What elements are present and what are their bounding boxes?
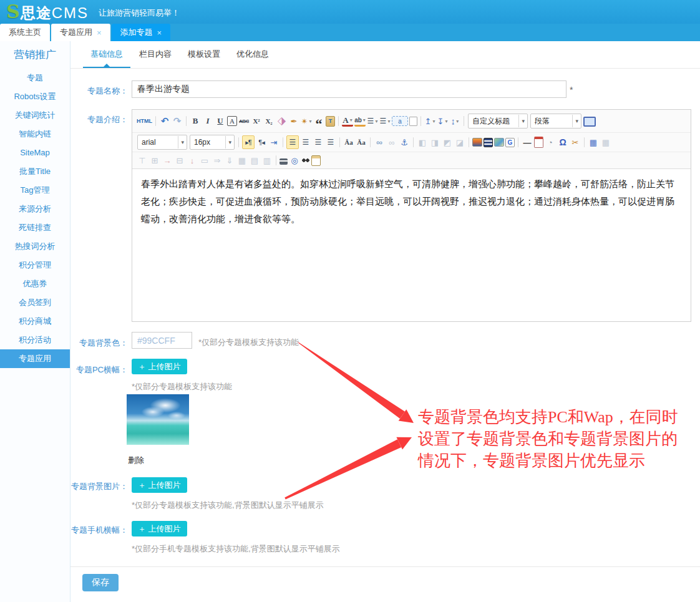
inline-anchor-icon[interactable]: a [392, 116, 408, 126]
font-size-select[interactable]: 16px [190, 135, 235, 150]
special-chars-icon[interactable]: Ω [557, 136, 568, 148]
insert-video-icon[interactable] [484, 138, 493, 147]
delete-row-icon[interactable]: → [162, 154, 173, 167]
preview-monitor-icon[interactable] [583, 117, 596, 127]
redo-icon[interactable]: ↷ [172, 115, 183, 127]
undo-icon[interactable]: ↶ [159, 115, 170, 127]
sidebar-item-hot-search-analysis[interactable]: 热搜词分析 [0, 237, 70, 256]
sidebar-item-points-mall[interactable]: 积分商城 [0, 312, 70, 331]
save-button[interactable]: 保存 [82, 574, 119, 591]
sidebar-item-tag-manage[interactable]: Tag管理 [0, 181, 70, 200]
paste-text-icon[interactable]: T [326, 116, 335, 127]
html-source-icon[interactable]: HTML [137, 115, 152, 127]
insert-column-icon[interactable]: ⊟ [174, 154, 185, 167]
bg-image-upload-button[interactable]: ＋ 上传图片 [132, 477, 187, 493]
format-painter-icon[interactable]: ✒ [288, 115, 299, 127]
topic-bgcolor-input[interactable] [132, 332, 192, 349]
auto-typeset-icon[interactable]: ✴ [301, 115, 312, 127]
sidebar-item-coupons[interactable]: 优惠券 [0, 274, 70, 293]
sidebar-item-batch-title[interactable]: 批量Title [0, 162, 70, 181]
google-map-icon[interactable]: G [505, 138, 515, 147]
first-line-indent-icon[interactable]: ⇥ [268, 136, 280, 148]
split-cell-right-icon[interactable]: ⇒ [211, 154, 223, 167]
insert-map-icon[interactable] [494, 138, 504, 147]
content-tab-template-settings[interactable]: 模板设置 [180, 41, 228, 68]
print-icon[interactable] [280, 158, 288, 165]
preview-icon[interactable]: ◎ [289, 154, 300, 167]
screenshot-icon[interactable]: ✂ [570, 136, 581, 148]
split-cell-down-icon[interactable]: ⇓ [224, 154, 235, 167]
image-float-right-icon[interactable]: ◪ [454, 136, 465, 148]
anchor-icon[interactable]: ⚓ [399, 136, 410, 148]
sidebar-item-points-activity[interactable]: 积分活动 [0, 331, 70, 349]
sidebar-item-robots-settings[interactable]: Robots设置 [0, 87, 70, 106]
delete-column-icon[interactable]: ↓ [187, 154, 198, 167]
tab-system-home[interactable]: 系统主页 [0, 24, 50, 41]
font-family-select[interactable]: arial [137, 135, 187, 150]
insert-image-icon[interactable] [472, 138, 482, 147]
tab-topic-app[interactable]: 专题应用 × [51, 24, 110, 41]
char-border-icon[interactable]: A [227, 116, 237, 126]
mobile-banner-upload-button[interactable]: ＋ 上传图片 [132, 521, 187, 536]
unlink-icon[interactable]: ∞ [386, 136, 397, 148]
rtl-paragraph-icon[interactable]: ¶◂ [256, 136, 267, 148]
italic-icon[interactable]: I [202, 115, 213, 127]
paragraph-format-select[interactable]: 段落 [530, 114, 581, 129]
image-center-icon[interactable]: ◩ [442, 136, 453, 148]
split-to-columns-icon[interactable]: ▥ [261, 154, 273, 167]
tab-close-icon[interactable]: × [157, 29, 162, 37]
image-inline-icon[interactable]: ◨ [429, 136, 440, 148]
pc-banner-upload-button[interactable]: ＋ 上传图片 [132, 359, 187, 374]
space-below-paragraph-icon[interactable]: ↧ [437, 115, 448, 127]
ordered-list-icon[interactable]: ☰ [367, 115, 378, 127]
superscript-icon[interactable]: X² [251, 115, 262, 127]
to-lowercase-icon[interactable]: Ǎa [356, 136, 367, 148]
space-above-paragraph-icon[interactable]: ↥ [424, 115, 435, 127]
ltr-paragraph-icon[interactable]: ▸¶ [242, 135, 255, 149]
blockquote-icon[interactable]: “ [313, 112, 324, 130]
merge-cells-icon[interactable]: ▭ [199, 154, 210, 167]
horizontal-rule-icon[interactable]: — [522, 136, 533, 148]
paste-icon[interactable] [311, 155, 321, 166]
insert-date-icon[interactable] [534, 137, 543, 148]
sidebar-item-smart-internal-links[interactable]: 智能内链 [0, 125, 70, 143]
underline-icon[interactable]: U [215, 115, 226, 127]
sidebar-item-sitemap[interactable]: SiteMap [0, 143, 70, 162]
sidebar-item-member-checkin[interactable]: 会员签到 [0, 293, 70, 312]
font-color-icon[interactable]: A [342, 115, 353, 127]
find-replace-icon[interactable] [301, 157, 310, 163]
insert-time-icon[interactable]: ◔ [545, 136, 556, 148]
align-right-icon[interactable]: ☰ [313, 136, 324, 148]
link-icon[interactable]: ∞ [374, 136, 385, 148]
bold-icon[interactable]: B [190, 115, 201, 127]
delete-banner-link[interactable]: 删除 [128, 455, 144, 466]
align-justify-icon[interactable]: ☰ [325, 136, 336, 148]
eraser-icon[interactable]: ◪ [273, 113, 290, 130]
insert-title-row-icon[interactable]: ⊞ [149, 154, 160, 167]
content-tab-seo-info[interactable]: 优化信息 [229, 41, 276, 68]
sidebar-item-topic-app[interactable]: 专题应用 [0, 349, 70, 368]
content-tab-basic-info[interactable]: 基础信息 [83, 41, 130, 68]
to-uppercase-icon[interactable]: Âa [343, 136, 354, 148]
unordered-list-icon[interactable]: ☰ [379, 115, 391, 127]
insert-table-icon[interactable]: ▦ [588, 136, 599, 148]
table-grid-icon[interactable]: ▦ [236, 154, 248, 167]
align-left-icon[interactable]: ☰ [286, 135, 299, 149]
new-page-icon[interactable] [409, 117, 417, 126]
image-float-left-icon[interactable]: ◧ [417, 136, 428, 148]
content-tab-column-content[interactable]: 栏目内容 [132, 41, 179, 68]
line-height-icon[interactable]: ↨ [449, 115, 460, 127]
sidebar-item-dead-link-check[interactable]: 死链排查 [0, 218, 70, 237]
strikethrough-icon[interactable]: ABC [238, 115, 250, 127]
align-center-icon[interactable]: ☰ [300, 136, 311, 148]
highlight-color-icon[interactable]: ab [354, 116, 366, 127]
sidebar-item-topics[interactable]: 专题 [0, 69, 70, 87]
tab-add-topic[interactable]: 添加专题 × [112, 24, 171, 41]
sidebar-item-keyword-stats[interactable]: 关键词统计 [0, 106, 70, 125]
tab-close-icon[interactable]: × [97, 29, 102, 37]
table-caption-icon[interactable]: ⊤ [137, 154, 148, 167]
sidebar-item-source-analysis[interactable]: 来源分析 [0, 200, 70, 218]
topic-name-input[interactable] [132, 80, 566, 98]
custom-title-select[interactable]: 自定义标题 [468, 114, 528, 129]
sidebar-item-points-manage[interactable]: 积分管理 [0, 256, 70, 274]
